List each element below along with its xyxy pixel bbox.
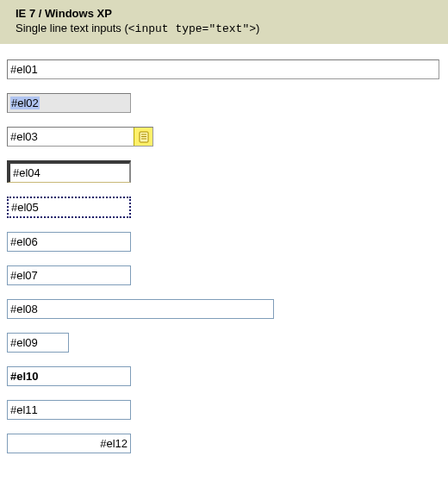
autofill-icon[interactable] (134, 128, 152, 146)
text-input-el02[interactable]: #el02 (7, 93, 131, 113)
subtitle-prefix: Single line text inputs ( (16, 22, 128, 34)
subtitle-code: <input type="text"> (128, 22, 256, 35)
text-input-el02-selection: #el02 (10, 97, 40, 109)
text-input-el04[interactable] (7, 160, 131, 183)
content-area: #el02 (0, 44, 448, 483)
text-input-el03-wrapper (7, 127, 153, 147)
text-input-el09[interactable] (7, 333, 69, 353)
text-input-el12[interactable] (7, 434, 131, 453)
text-input-el11[interactable] (7, 400, 131, 420)
text-input-el10[interactable] (7, 366, 131, 386)
header-subtitle: Single line text inputs (<input type="te… (16, 22, 432, 35)
header-title: IE 7 / Windows XP (16, 7, 432, 20)
text-input-el05[interactable] (7, 197, 131, 218)
text-input-el08[interactable] (7, 299, 274, 319)
text-input-el07[interactable] (7, 265, 131, 285)
subtitle-suffix: ) (256, 22, 259, 34)
text-input-el03[interactable] (8, 128, 134, 146)
text-input-el01[interactable] (7, 59, 439, 79)
header-bar: IE 7 / Windows XP Single line text input… (0, 0, 448, 44)
text-input-el06[interactable] (7, 232, 131, 252)
